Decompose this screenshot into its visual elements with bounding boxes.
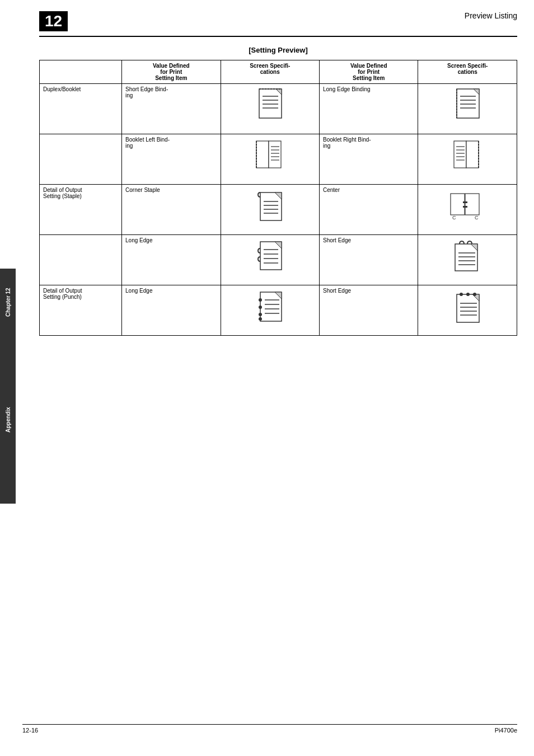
row-label-punch: Detail of OutputSetting (Punch) [40,285,122,336]
booklet-left-binding-icon [255,137,285,176]
svg-text:C: C [475,215,479,220]
svg-rect-6 [457,89,479,118]
svg-rect-36 [463,206,467,208]
chapter-number: 12 [39,11,68,31]
svg-point-53 [259,317,262,321]
table-row: Long Edge [40,235,517,285]
svg-rect-13 [269,141,281,168]
svg-rect-20 [454,141,466,168]
value-center-staple: Center [320,185,418,235]
table-row: Booklet Left Bind-ing [40,134,517,185]
value-booklet-right: Booklet Right Bind-ing [320,134,418,185]
col-header-empty [40,60,122,84]
booklet-right-binding-icon [452,137,483,176]
corner-staple-icon [255,187,285,226]
table-row: Detail of OutputSetting (Punch) Long Edg… [40,285,517,336]
footer-left: 12-16 [22,727,38,734]
icon-cell-booklet-left [221,134,319,185]
punch-short-edge-icon [452,288,483,327]
value-punch-short-edge: Short Edge [320,285,418,336]
section-title: [Setting Preview] [39,46,517,54]
svg-point-52 [259,313,262,316]
center-staple-icon: C C [449,187,486,226]
svg-rect-28 [260,192,282,220]
icon-cell-center-staple: C C [418,185,517,235]
svg-point-60 [466,293,470,296]
staple-short-edge-icon [451,237,484,276]
icon-cell-long-edge-binding [418,84,517,134]
main-content: 12 Preview Listing [Setting Preview] Val… [22,0,534,347]
svg-rect-39 [260,242,282,270]
chapter-sidebar-label: Chapter 12 [0,269,16,336]
value-staple-long-edge: Long Edge [122,235,221,285]
svg-point-59 [460,293,463,296]
page-header: 12 Preview Listing [39,11,517,37]
page-footer: 12-16 Pi4700e [22,724,517,734]
col-header-screen-2: Screen Specifi-cations [418,60,517,84]
svg-rect-12 [256,141,269,168]
svg-rect-44 [455,244,477,271]
value-staple-short-edge: Short Edge [320,235,418,285]
table-row: Duplex/Booklet Short Edge Bind-ing [40,84,517,134]
long-edge-binding-icon [452,86,483,123]
svg-rect-35 [463,201,467,203]
row-label-staple: Detail of OutputSetting (Staple) [40,185,122,235]
svg-rect-49 [260,292,282,321]
svg-rect-0 [259,89,282,118]
value-long-edge-binding: Long Edge Binding [320,84,418,134]
value-punch-long-edge: Long Edge [122,285,221,336]
icon-cell-staple-short-edge [418,235,517,285]
short-edge-binding-icon [255,86,285,123]
staple-long-edge-icon [255,237,285,276]
footer-right: Pi4700e [495,727,517,734]
svg-text:C: C [452,215,456,220]
page-title: Preview Listing [465,11,517,20]
appendix-sidebar-label: Appendix [0,336,16,504]
table-row: Detail of OutputSetting (Staple) Corner … [40,185,517,235]
svg-point-50 [259,298,262,302]
icon-cell-punch-long-edge [221,285,319,336]
col-header-value-1: Value Definedfor PrintSetting Item [122,60,221,84]
svg-point-51 [259,306,262,309]
icon-cell-short-edge-binding [221,84,319,134]
icon-cell-corner-staple [221,185,319,235]
icon-cell-booklet-right [418,134,517,185]
svg-rect-58 [457,294,479,322]
row-label-duplex: Duplex/Booklet [40,84,122,134]
setting-preview-table: Value Definedfor PrintSetting Item Scree… [39,60,517,336]
svg-rect-21 [466,141,479,168]
punch-long-edge-icon [255,288,285,327]
col-header-value-2: Value Definedfor PrintSetting Item [320,60,418,84]
svg-rect-34 [465,194,479,215]
row-label-empty-2 [40,235,122,285]
row-label-empty-1 [40,134,122,185]
svg-rect-33 [451,194,465,215]
page-container: Chapter 12 Appendix 12 Preview Listing [… [0,0,534,756]
value-short-edge-binding: Short Edge Bind-ing [122,84,221,134]
col-header-screen-1: Screen Specifi-cations [221,60,319,84]
svg-point-61 [473,293,476,296]
icon-cell-staple-long-edge [221,235,319,285]
icon-cell-punch-short-edge [418,285,517,336]
value-corner-staple: Corner Staple [122,185,221,235]
value-booklet-left: Booklet Left Bind-ing [122,134,221,185]
